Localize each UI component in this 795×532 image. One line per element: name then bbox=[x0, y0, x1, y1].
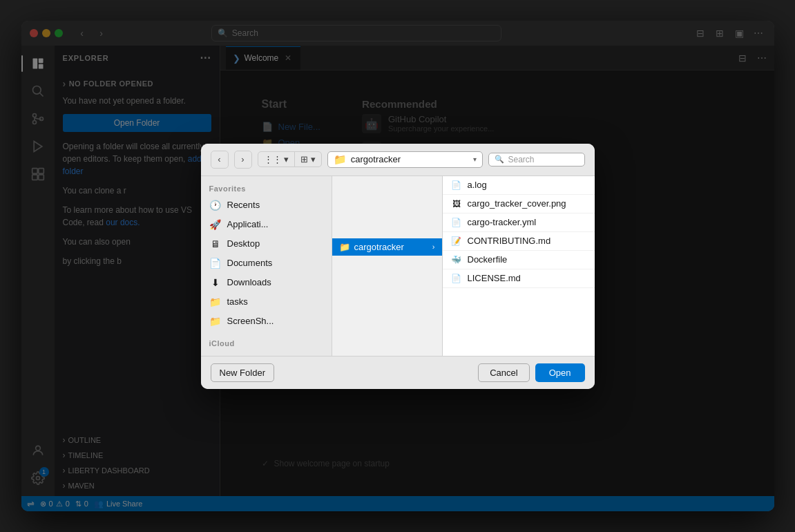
nav-desktop[interactable]: 🖥 Desktop bbox=[201, 234, 332, 254]
file-icon-dockerfile: 🐳 bbox=[451, 254, 462, 265]
dialog-search[interactable]: 🔍 Search bbox=[488, 153, 585, 167]
file-name-log: a.log bbox=[468, 180, 487, 190]
file-tracker-yml[interactable]: 📄 cargo-tracker.yml bbox=[443, 213, 595, 232]
nav-screenshots[interactable]: 📁 ScreenSh... bbox=[201, 312, 332, 331]
grid-view-button[interactable]: ⊞ ▾ bbox=[295, 152, 321, 167]
vscode-window: ‹ › 🔍 Search ⊟ ⊞ ▣ ⋯ bbox=[21, 21, 774, 511]
dialog-sidebar: Favorites 🕐 Recents 🚀 Applicati... 🖥 Des… bbox=[201, 176, 332, 356]
file-name-dockerfile: Dockerfile bbox=[468, 254, 508, 265]
desktop-label: Desktop bbox=[227, 238, 260, 249]
recents-label: Recents bbox=[227, 200, 260, 210]
icloud-label: iCloud bbox=[201, 336, 332, 350]
favorites-label: Favorites bbox=[201, 182, 332, 196]
open-button[interactable]: Open bbox=[535, 363, 585, 382]
dialog-file-area: 📁 cargotracker › 📄 a.log bbox=[332, 176, 595, 356]
cancel-button[interactable]: Cancel bbox=[478, 363, 529, 382]
column-view-button[interactable]: ⋮⋮ ▾ bbox=[258, 152, 296, 167]
dialog-search-icon: 🔍 bbox=[495, 155, 504, 164]
dialog-search-placeholder: Search bbox=[508, 155, 535, 164]
parent-folder-2[interactable] bbox=[332, 197, 442, 218]
file-icon-yml: 📄 bbox=[451, 217, 462, 228]
nav-documents[interactable]: 📄 Documents bbox=[201, 254, 332, 273]
cargotracker-chevron: › bbox=[432, 243, 435, 251]
recents-icon: 🕐 bbox=[209, 199, 222, 211]
file-dialog: ‹ › ⋮⋮ ▾ ⊞ ▾ 📁 cargotracker ▾ 🔍 Search bbox=[201, 144, 595, 389]
cargotracker-folder-icon: 📁 bbox=[339, 242, 350, 252]
dialog-back-button[interactable]: ‹ bbox=[211, 151, 229, 169]
nav-tasks[interactable]: 📁 tasks bbox=[201, 292, 332, 312]
applications-icon: 🚀 bbox=[209, 218, 222, 231]
screenshots-icon: 📁 bbox=[209, 315, 222, 327]
file-name-license: LICENSE.md bbox=[468, 273, 521, 283]
screenshots-label: ScreenSh... bbox=[227, 316, 274, 326]
documents-icon: 📄 bbox=[209, 257, 222, 269]
downloads-icon: ⬇ bbox=[209, 276, 222, 289]
dialog-actions: Cancel Open bbox=[478, 363, 584, 382]
file-icon-png: 🖼 bbox=[451, 198, 462, 209]
path-dropdown[interactable]: 📁 cargotracker ▾ bbox=[327, 151, 483, 168]
file-name-contributing: CONTRIBUTING.md bbox=[468, 236, 551, 246]
file-icon-contributing: 📝 bbox=[451, 236, 462, 247]
file-icon-license: 📄 bbox=[451, 273, 462, 284]
folder-column: 📁 cargotracker › bbox=[332, 176, 443, 356]
parent-folder-3[interactable] bbox=[332, 218, 442, 238]
cargotracker-label: cargotracker bbox=[354, 242, 404, 252]
new-folder-button[interactable]: New Folder bbox=[211, 363, 274, 382]
documents-label: Documents bbox=[227, 258, 273, 268]
tasks-label: tasks bbox=[227, 296, 248, 307]
file-cover-png[interactable]: 🖼 cargo_tracker_cover.png bbox=[443, 195, 595, 213]
file-license[interactable]: 📄 LICENSE.md bbox=[443, 269, 595, 288]
dialog-footer: New Folder Cancel Open bbox=[201, 356, 595, 389]
file-a-log[interactable]: 📄 a.log bbox=[443, 176, 595, 195]
below-folder-2[interactable] bbox=[332, 276, 442, 297]
view-toggle: ⋮⋮ ▾ ⊞ ▾ bbox=[258, 151, 322, 167]
file-icon-log: 📄 bbox=[451, 180, 462, 191]
current-path: cargotracker bbox=[351, 154, 401, 164]
dialog-overlay: ‹ › ⋮⋮ ▾ ⊞ ▾ 📁 cargotracker ▾ 🔍 Search bbox=[21, 21, 774, 511]
nav-downloads[interactable]: ⬇ Downloads bbox=[201, 273, 332, 292]
file-name-png: cargo_tracker_cover.png bbox=[468, 198, 566, 209]
desktop-icon: 🖥 bbox=[209, 238, 222, 250]
dialog-toolbar: ‹ › ⋮⋮ ▾ ⊞ ▾ 📁 cargotracker ▾ 🔍 Search bbox=[201, 144, 595, 176]
tasks-icon: 📁 bbox=[209, 296, 222, 308]
below-folder-1[interactable] bbox=[332, 256, 442, 276]
file-list: 📄 a.log 🖼 cargo_tracker_cover.png 📄 carg… bbox=[443, 176, 595, 356]
downloads-label: Downloads bbox=[227, 277, 271, 287]
parent-folder-1[interactable] bbox=[332, 176, 442, 197]
path-arrow-icon: ▾ bbox=[473, 155, 477, 163]
path-folder-icon: 📁 bbox=[334, 153, 347, 166]
cargotracker-folder[interactable]: 📁 cargotracker › bbox=[332, 238, 442, 256]
file-contributing[interactable]: 📝 CONTRIBUTING.md bbox=[443, 232, 595, 251]
file-dockerfile[interactable]: 🐳 Dockerfile bbox=[443, 251, 595, 269]
nav-applications[interactable]: 🚀 Applicati... bbox=[201, 215, 332, 234]
dialog-forward-button[interactable]: › bbox=[234, 151, 252, 169]
file-name-yml: cargo-tracker.yml bbox=[468, 217, 537, 227]
nav-recents[interactable]: 🕐 Recents bbox=[201, 196, 332, 215]
dialog-body: Favorites 🕐 Recents 🚀 Applicati... 🖥 Des… bbox=[201, 176, 595, 356]
applications-label: Applicati... bbox=[227, 219, 269, 229]
